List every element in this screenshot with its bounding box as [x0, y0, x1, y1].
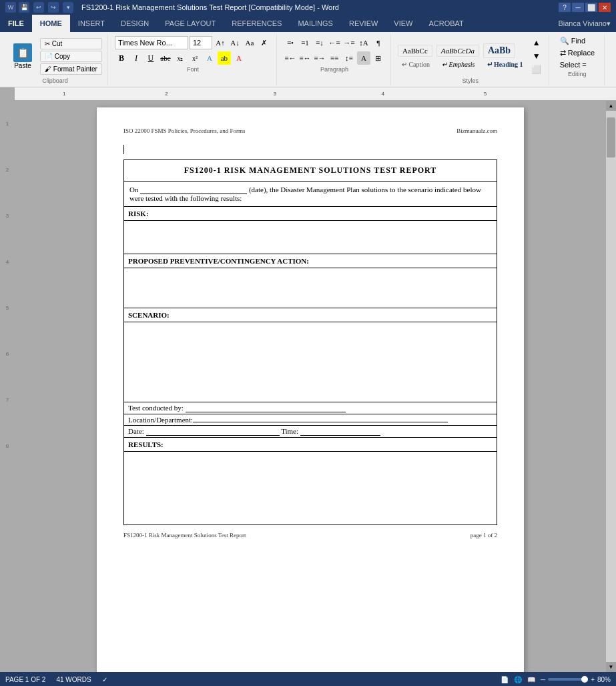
ruler-mark-2: 2	[0, 167, 15, 173]
results-content[interactable]	[124, 452, 497, 525]
tab-insert[interactable]: INSERT	[70, 15, 113, 32]
format-painter-button[interactable]: 🖌 Format Painter	[40, 63, 102, 75]
proposed-content[interactable]	[124, 268, 497, 308]
minimize-btn[interactable]: ─	[572, 3, 584, 12]
superscript-button[interactable]: x²	[188, 51, 202, 65]
multilevel-button[interactable]: ≡↓	[313, 36, 326, 49]
bold-button[interactable]: B	[115, 51, 128, 65]
help-btn[interactable]: ?	[559, 3, 571, 12]
save-icon[interactable]: 💾	[19, 2, 29, 13]
text-effects-button[interactable]: A	[203, 51, 216, 65]
window-controls: ? ─ ⬜ ✕	[559, 3, 611, 12]
ruler-mark-8: 8	[0, 443, 15, 449]
date-field[interactable]	[140, 186, 247, 194]
copy-button[interactable]: 📄 Copy	[40, 51, 102, 62]
tab-acrobat[interactable]: ACROBAT	[420, 15, 471, 32]
scroll-track[interactable]	[606, 111, 616, 662]
redo-icon[interactable]: ↪	[48, 2, 59, 13]
footer-left: FS1200-1 Risk Management Solutions Test …	[123, 532, 246, 539]
report-title: FS1200-1 RISK MANAGEMENT SOLUTIONS TEST …	[124, 160, 497, 182]
close-btn[interactable]: ✕	[599, 3, 611, 12]
zoom-in-button[interactable]: +	[591, 676, 595, 683]
clipboard-actions: ✂ Cut 📄 Copy 🖌 Format Painter	[40, 38, 102, 75]
change-case-button[interactable]: Aa	[243, 36, 256, 49]
styles-group: AaBbCc AaBbCcDa AaBb ↵ Caption ↵ Emphasi…	[392, 35, 549, 85]
undo-icon[interactable]: ↩	[33, 2, 44, 13]
subscript-button[interactable]: x₂	[174, 51, 187, 65]
sort-button[interactable]: ↕A	[357, 36, 370, 49]
italic-button[interactable]: I	[129, 51, 143, 65]
align-center-button[interactable]: ≡↔	[298, 51, 312, 65]
proofing-icon[interactable]: ✓	[102, 676, 107, 683]
view-read-icon[interactable]: 📖	[527, 676, 535, 683]
date-value-field[interactable]	[146, 427, 280, 436]
font-name-input[interactable]	[115, 36, 188, 49]
paste-button[interactable]: 📋 Paste	[8, 41, 37, 72]
risk-content[interactable]	[124, 221, 497, 254]
styles-down-button[interactable]: ▼	[530, 49, 543, 63]
cut-button[interactable]: ✂ Cut	[40, 38, 102, 49]
align-left-button[interactable]: ≡←	[284, 51, 297, 65]
grow-font-button[interactable]: A↑	[214, 36, 227, 49]
strikethrough-button[interactable]: abc	[159, 51, 172, 65]
font-controls: A↑ A↓ Aa ✗ B I U abc x₂ x² A ab A	[115, 36, 271, 65]
location-row: Location/Department:	[124, 414, 497, 426]
bullets-button[interactable]: ≡•	[284, 36, 297, 49]
tab-home[interactable]: HOME	[32, 15, 70, 32]
scroll-down-button[interactable]: ▼	[606, 662, 616, 672]
tab-mailings[interactable]: MAILINGS	[290, 15, 341, 32]
scroll-thumb[interactable]	[607, 117, 615, 157]
increase-indent-button[interactable]: →≡	[342, 36, 356, 49]
ruler-mark-4: 4	[0, 259, 15, 265]
tab-review[interactable]: REVIEW	[341, 15, 386, 32]
test-conducted-field[interactable]	[186, 404, 346, 412]
justify-button[interactable]: ≡≡	[328, 51, 341, 65]
find-button[interactable]: 🔍 Find	[556, 36, 599, 46]
styles-more-button[interactable]: ⬜	[530, 63, 543, 76]
font-color-button[interactable]: A	[232, 51, 246, 65]
tab-page-layout[interactable]: PAGE LAYOUT	[157, 15, 224, 32]
tab-design[interactable]: DESIGN	[113, 15, 157, 32]
numbering-button[interactable]: ≡1	[298, 36, 312, 49]
font-size-input[interactable]	[190, 36, 212, 49]
style-aabbcc[interactable]: AaBbCc	[398, 45, 432, 57]
view-print-icon[interactable]: 📄	[501, 676, 509, 683]
tab-file[interactable]: FILE	[0, 15, 32, 32]
zoom-slider[interactable]	[548, 678, 588, 681]
shading-button[interactable]: A	[357, 51, 370, 65]
styles-up-button[interactable]: ▲	[530, 36, 543, 49]
style-aabbc[interactable]: AaBb	[483, 43, 515, 58]
underline-button[interactable]: U	[144, 51, 158, 65]
clear-format-button[interactable]: ✗	[258, 36, 271, 49]
tab-references[interactable]: REFERENCES	[224, 15, 290, 32]
ribbon-content: 📋 Paste ✂ Cut 📄 Copy 🖌 Format Painter Cl…	[0, 32, 616, 87]
right-scrollbar[interactable]: ▲ ▼	[606, 101, 616, 672]
show-formatting-button[interactable]: ¶	[372, 36, 385, 49]
decrease-indent-button[interactable]: ←≡	[328, 36, 341, 49]
select-button[interactable]: Select =	[556, 60, 599, 69]
location-field[interactable]	[193, 422, 448, 422]
styles-list: AaBbCc AaBbCcDa AaBb ↵ Caption ↵ Emphasi…	[398, 43, 527, 69]
zoom-out-button[interactable]: ─	[541, 676, 545, 683]
align-right-button[interactable]: ≡→	[313, 51, 326, 65]
highlight-button[interactable]: ab	[218, 51, 231, 65]
borders-button[interactable]: ⊞	[372, 51, 385, 65]
restore-btn[interactable]: ⬜	[585, 3, 597, 12]
ruler-mark-1: 1	[0, 121, 15, 127]
view-web-icon[interactable]: 🌐	[514, 676, 522, 683]
word-count: 41 WORDS	[56, 676, 91, 683]
replace-button[interactable]: ⇄ Replace	[556, 48, 599, 58]
test-conducted-row: Test conducted by:	[124, 402, 497, 414]
word-app-icon: W	[5, 2, 16, 13]
datetime-cell: Date: Time:	[124, 426, 497, 438]
customize-icon[interactable]: ▾	[63, 2, 73, 13]
scroll-up-button[interactable]: ▲	[606, 101, 616, 111]
shrink-font-button[interactable]: A↓	[228, 36, 242, 49]
document-scroll[interactable]: ISO 22000 FSMS Policies, Procedures, and…	[15, 101, 606, 672]
time-value-field[interactable]	[300, 427, 380, 436]
tab-view[interactable]: VIEW	[386, 15, 420, 32]
scenario-content[interactable]	[124, 322, 497, 402]
line-spacing-button[interactable]: ↕≡	[342, 51, 356, 65]
time-label: Time:	[281, 427, 298, 435]
style-aabbccda[interactable]: AaBbCcDa	[436, 45, 479, 57]
